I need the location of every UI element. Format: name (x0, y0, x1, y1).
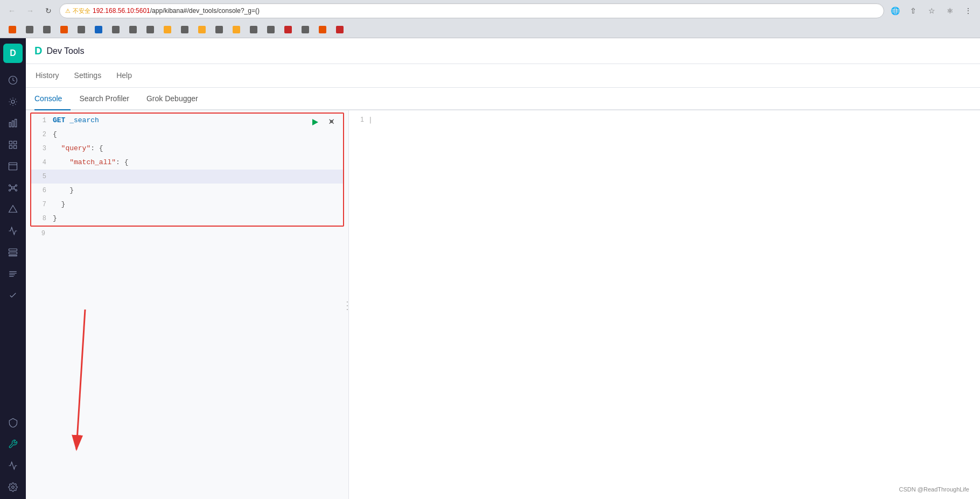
tab-search-profiler[interactable]: Search Profiler (71, 88, 138, 110)
browser-toolbar: ← → ↻ ⚠ 不安全 192.168.56.10:5601 /app/kiba… (0, 0, 980, 22)
tab-console[interactable]: Console (34, 88, 71, 110)
sidebar-icon-apm[interactable] (3, 221, 23, 241)
bookmark-item[interactable] (177, 24, 193, 36)
menu-button[interactable]: ⋮ (961, 3, 976, 18)
bookmark-favicon (267, 26, 275, 33)
svg-point-12 (9, 185, 11, 186)
app-title: Dev Tools (46, 46, 84, 56)
sidebar-icon-infra[interactable] (3, 243, 23, 262)
sidebar-icon-monitoring[interactable] (3, 456, 23, 475)
bookmark-item[interactable] (108, 24, 124, 36)
line-number: 7 (31, 198, 51, 212)
svg-rect-2 (9, 123, 11, 127)
svg-marker-20 (9, 206, 17, 213)
line-content[interactable]: GET _search (51, 114, 343, 128)
sub-nav-help[interactable]: Help (115, 64, 133, 88)
bookmark-favicon (250, 26, 257, 33)
svg-point-13 (16, 185, 17, 186)
sidebar-icon-dashboard[interactable] (3, 135, 23, 154)
sub-nav-history[interactable]: History (34, 64, 60, 88)
line-content[interactable]: } (51, 184, 343, 198)
bookmark-favicon (9, 26, 16, 33)
line-content[interactable] (50, 227, 348, 241)
sidebar-icon-discover[interactable] (3, 92, 23, 111)
bookmark-item[interactable] (90, 24, 107, 36)
code-line: 2 { (31, 128, 343, 142)
security-warning-text: 不安全 (73, 7, 90, 15)
line-number: 5 (31, 170, 51, 184)
svg-rect-7 (9, 146, 12, 149)
bookmark-item[interactable] (332, 24, 348, 36)
sidebar-icon-ml[interactable] (3, 178, 23, 198)
sidebar-icon-visualize[interactable] (3, 114, 23, 133)
code-editor[interactable]: 1 GET _search 2 { 3 "query": (26, 110, 348, 499)
extension-button[interactable]: ⚛ (942, 3, 957, 18)
bookmark-item[interactable] (73, 24, 89, 36)
bookmark-item[interactable] (263, 24, 279, 36)
bookmark-item[interactable] (297, 24, 313, 36)
bookmark-item[interactable] (280, 24, 296, 36)
output-line-number: 1 (349, 113, 368, 126)
bookmark-item[interactable] (125, 24, 141, 36)
bookmark-favicon (26, 26, 33, 33)
svg-point-15 (16, 189, 17, 191)
forward-button[interactable]: → (23, 3, 38, 18)
line-content[interactable]: "match_all": { (51, 156, 343, 170)
bookmark-item[interactable] (39, 24, 55, 36)
sub-nav-settings[interactable]: Settings (73, 64, 103, 88)
editor-settings-button[interactable] (326, 116, 339, 129)
tab-grok-debugger[interactable]: Grok Debugger (138, 88, 207, 110)
sidebar-icon-graph[interactable] (3, 200, 23, 219)
bookmark-item[interactable] (211, 24, 227, 36)
sidebar-icon-logs[interactable] (3, 264, 23, 284)
url-host: 192.168.56.10:5601 (93, 7, 150, 15)
svg-rect-8 (14, 146, 17, 149)
sidebar-icon-management[interactable] (3, 477, 23, 497)
svg-line-19 (14, 188, 16, 190)
bookmark-item[interactable] (159, 24, 176, 36)
kibana-logo[interactable]: D (3, 44, 23, 63)
bookmark-item[interactable] (246, 24, 262, 36)
sidebar-icon-uptime[interactable] (3, 286, 23, 305)
svg-line-16 (11, 186, 12, 187)
back-button[interactable]: ← (4, 3, 19, 18)
bookmark-item[interactable] (314, 24, 331, 36)
resize-handle[interactable]: ⋮ (344, 110, 348, 499)
svg-rect-23 (9, 255, 17, 256)
code-line: 6 } (31, 184, 343, 198)
sidebar-icon-clock[interactable] (3, 71, 23, 90)
bookmark-favicon (129, 26, 137, 33)
bookmark-item[interactable] (142, 24, 158, 36)
reload-button[interactable]: ↻ (41, 3, 56, 18)
bookmark-favicon (60, 26, 68, 33)
sidebar-icon-canvas[interactable] (3, 157, 23, 176)
line-number: 3 (31, 142, 51, 156)
bookmark-item[interactable] (56, 24, 72, 36)
app-logo-icon: D (34, 45, 42, 57)
url-path: /app/kibana#/dev_tools/console?_g=() (150, 7, 260, 15)
bookmark-item[interactable] (4, 24, 20, 36)
share-button[interactable]: ⇧ (906, 3, 921, 18)
bookmark-item[interactable] (194, 24, 210, 36)
bookmark-favicon (181, 26, 188, 33)
line-content[interactable]: } (51, 212, 343, 226)
bookmark-favicon (319, 26, 326, 33)
request-block-actions (309, 116, 339, 129)
sidebar-icon-devtools[interactable] (3, 434, 23, 454)
code-line: 8 } (31, 212, 343, 226)
svg-point-1 (11, 100, 15, 103)
bookmark-favicon (233, 26, 240, 33)
sidebar-icon-security[interactable] (3, 413, 23, 432)
address-bar[interactable]: ⚠ 不安全 192.168.56.10:5601 /app/kibana#/de… (59, 3, 884, 18)
code-lines: 1 GET _search 2 { 3 "query": (26, 110, 348, 241)
line-content[interactable]: } (51, 198, 343, 212)
translate-button[interactable]: 🌐 (887, 3, 902, 18)
bookmark-button[interactable]: ☆ (924, 3, 939, 18)
run-button[interactable] (309, 116, 321, 129)
bookmark-favicon (95, 26, 102, 33)
line-content[interactable]: "query": { (51, 142, 343, 156)
bookmark-item[interactable] (228, 24, 244, 36)
line-content[interactable]: { (51, 128, 343, 142)
bookmark-item[interactable] (22, 24, 38, 36)
line-content[interactable] (51, 170, 343, 184)
